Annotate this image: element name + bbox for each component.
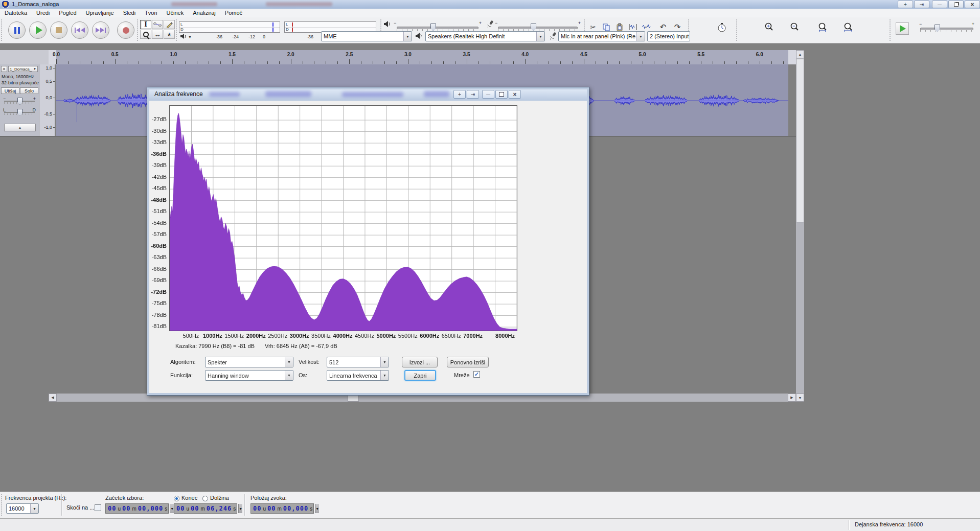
- solo-button[interactable]: Solo: [20, 87, 38, 94]
- timeshift-tool-button[interactable]: ↔: [152, 30, 163, 39]
- toolbar-dock: I ↔ * L D ▼ -36 -24 -12 0 L D: [0, 17, 980, 43]
- vertical-scroll-thumb[interactable]: [796, 59, 804, 222]
- mute-button[interactable]: Utišaj: [1, 87, 19, 94]
- toolbar-grip[interactable]: [1, 494, 4, 516]
- menu-tvori[interactable]: Tvori: [140, 9, 162, 17]
- track-control-panel[interactable]: × 1_Domaca_▼ Mono, 16000Hz 32-bitno plav…: [0, 64, 39, 136]
- gain-slider[interactable]: − +: [3, 97, 36, 104]
- scroll-up-button[interactable]: ▲: [796, 50, 804, 58]
- chevron-down-icon: ▼: [636, 32, 645, 41]
- pause-button[interactable]: [8, 21, 26, 39]
- zoom-tool-button[interactable]: [140, 30, 151, 39]
- zoom-in-button[interactable]: [763, 21, 775, 33]
- chevron-down-icon[interactable]: ▼: [238, 504, 242, 513]
- window-restore-button[interactable]: [948, 1, 964, 8]
- audio-host-dropdown[interactable]: MME▼: [321, 31, 412, 41]
- dialog-dock-button[interactable]: ⇥: [467, 90, 479, 99]
- toolbar-grip[interactable]: [736, 19, 739, 41]
- menu-pogled[interactable]: Pogled: [54, 9, 81, 17]
- ruler-time-label: 3.5: [463, 52, 470, 57]
- output-volume-slider[interactable]: −+: [394, 21, 482, 32]
- zoom-out-button[interactable]: [788, 21, 801, 33]
- multi-tool-button[interactable]: *: [164, 30, 175, 39]
- chevron-down-icon[interactable]: ▼: [170, 504, 174, 513]
- meter-scale-num: -36: [307, 34, 313, 39]
- playback-meter[interactable]: L D: [179, 21, 280, 33]
- fit-project-button[interactable]: [842, 21, 855, 33]
- input-channels-dropdown[interactable]: 2 (Stereo) Input C▼: [647, 31, 690, 41]
- skip-to-start-button[interactable]: [71, 21, 88, 39]
- pencil-icon: [166, 21, 173, 28]
- replot-button[interactable]: Ponovno izriši: [447, 357, 489, 367]
- spectrum-plot[interactable]: [169, 105, 517, 331]
- menu-datoteka[interactable]: Datoteka: [0, 9, 32, 17]
- snap-checkbox[interactable]: [95, 504, 101, 511]
- axis-dropdown[interactable]: Linearna frekvenca▼: [327, 370, 389, 381]
- grids-checkbox[interactable]: ✓: [473, 371, 480, 378]
- ruler-time-label: 2.5: [346, 52, 353, 57]
- meter-dropdown-arrow[interactable]: ▼: [188, 35, 192, 39]
- window-close-button[interactable]: ×: [965, 1, 980, 8]
- menu-uredi[interactable]: Uredi: [32, 9, 54, 17]
- window-move-button[interactable]: +: [898, 1, 913, 8]
- dialog-minimize-button[interactable]: —: [482, 90, 494, 99]
- dialog-title-bar[interactable]: Analiza frekvence + ⇥ — ×: [148, 88, 588, 101]
- selection-start-label: Začetek izbora:: [105, 495, 144, 501]
- ruler-tick: [150, 61, 150, 64]
- audio-position-field[interactable]: 00u 00m 00,000s ▼: [250, 503, 314, 514]
- arrow-right-icon: ▶: [790, 396, 793, 400]
- export-button[interactable]: Izvozi ...: [402, 357, 438, 367]
- timeline-ruler[interactable]: 0.00.51.01.52.02.53.03.54.04.55.05.56.0: [49, 50, 796, 65]
- play-at-speed-button[interactable]: [896, 22, 909, 35]
- dialog-maximize-button[interactable]: [495, 90, 508, 99]
- window-dock-button[interactable]: ⇥: [914, 1, 929, 8]
- input-device-dropdown[interactable]: Mic in at rear panel (Pink) (Re▼: [558, 31, 645, 41]
- close-dialog-button[interactable]: Zapri: [404, 370, 436, 381]
- menu-pomo-[interactable]: Pomoč: [220, 9, 247, 17]
- playback-speed-slider[interactable]: −+: [918, 22, 975, 34]
- function-dropdown[interactable]: Hanning window▼: [205, 370, 293, 381]
- algorithm-dropdown[interactable]: Spekter▼: [205, 357, 293, 367]
- scroll-down-button[interactable]: ▼: [796, 394, 804, 402]
- close-icon: ×: [970, 1, 974, 8]
- dialog-move-button[interactable]: +: [453, 90, 466, 99]
- toolbar-grip[interactable]: [890, 19, 893, 41]
- timer-record-button[interactable]: [716, 21, 728, 33]
- menu-analiziraj[interactable]: Analiziraj: [188, 9, 220, 17]
- toolbar-grip[interactable]: [1, 19, 4, 41]
- pan-slider[interactable]: L D: [3, 108, 36, 116]
- size-dropdown[interactable]: 512▼: [327, 357, 389, 367]
- length-radio[interactable]: [202, 496, 208, 501]
- menu-upravljanje[interactable]: Upravljanje: [81, 9, 119, 17]
- ruler-tick: [643, 61, 643, 64]
- input-volume-slider[interactable]: −+: [495, 21, 581, 32]
- title-bar[interactable]: 1_Domaca_naloga + ⇥ — ×: [0, 0, 980, 9]
- scroll-right-button[interactable]: ▶: [788, 394, 796, 402]
- vertical-scrollbar[interactable]: ▲ ▼: [796, 50, 804, 402]
- scroll-left-button[interactable]: ◀: [49, 394, 57, 402]
- track-collapse-button[interactable]: ▲: [4, 124, 36, 131]
- stop-button[interactable]: [50, 21, 67, 39]
- output-device-dropdown[interactable]: Speakers (Realtek High Definit▼: [425, 31, 545, 41]
- envelope-tool-button[interactable]: [152, 20, 163, 29]
- menu-sledi[interactable]: Sledi: [119, 9, 140, 17]
- selection-start-field[interactable]: 00u 00m 00,000s ▼: [105, 503, 169, 514]
- dialog-close-button[interactable]: ×: [509, 90, 521, 99]
- fit-selection-button[interactable]: [817, 21, 829, 33]
- menu-u-inek[interactable]: Učinek: [162, 9, 189, 17]
- track-name-menu[interactable]: 1_Domaca_▼: [8, 66, 38, 72]
- project-rate-dropdown[interactable]: 16000▼: [6, 503, 39, 514]
- vertical-scale-ruler[interactable]: 1,00,50,0-0,5-1,0: [39, 64, 55, 136]
- record-button[interactable]: [117, 21, 134, 39]
- chevron-down-icon[interactable]: ▼: [315, 504, 319, 513]
- selection-end-field[interactable]: 00u 00m 06,246s ▼: [174, 503, 237, 514]
- skip-to-end-button[interactable]: [92, 21, 109, 39]
- draw-tool-button[interactable]: [164, 20, 175, 29]
- play-button[interactable]: [29, 21, 47, 39]
- track-close-button[interactable]: ×: [1, 66, 7, 72]
- separator: [61, 494, 62, 516]
- end-radio[interactable]: [174, 496, 179, 501]
- window-minimize-button[interactable]: —: [932, 1, 947, 8]
- selection-tool-button[interactable]: I: [140, 20, 151, 29]
- x-axis-tick-label: 7000Hz: [458, 333, 488, 339]
